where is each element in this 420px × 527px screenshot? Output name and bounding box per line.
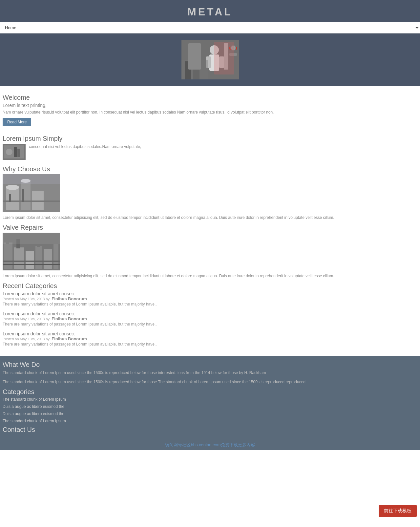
what-we-do-section: What We Do The standard chunk of Lorem I… bbox=[3, 361, 417, 385]
why-choose-section: Why Choose Us Lorem ipsum dolor sit a bbox=[3, 165, 417, 221]
svg-rect-5 bbox=[219, 56, 224, 68]
svg-rect-35 bbox=[53, 244, 58, 269]
site-header: METAL bbox=[0, 0, 420, 22]
lorem-simple-section: Lorem Ipsum Simply consequat nisi vel le… bbox=[3, 135, 417, 160]
categories-link-1[interactable]: Duis a augue ac libero euismod the bbox=[3, 404, 417, 409]
cat-desc-1: There are many variations of passages of… bbox=[3, 322, 417, 327]
contact-section: Contact Us bbox=[3, 426, 417, 433]
cat-author-1: Finibus Bonorum bbox=[52, 316, 87, 321]
nav-select[interactable]: Home bbox=[0, 22, 420, 33]
what-we-do-heading: What We Do bbox=[3, 361, 417, 369]
lorem-simple-content: consequat nisi vel lectus dapibus sodale… bbox=[3, 144, 417, 160]
svg-rect-17 bbox=[17, 149, 20, 157]
site-title: METAL bbox=[0, 6, 420, 18]
svg-rect-32 bbox=[26, 251, 34, 269]
category-item-1: Lorem ipsum dolor sit amet consec. Poste… bbox=[3, 311, 417, 327]
svg-rect-25 bbox=[3, 200, 60, 202]
valve-repairs-section: Valve Repairs Lorem bbox=[3, 224, 417, 279]
cat-title-1: Lorem ipsum dolor sit amet consec. bbox=[3, 311, 417, 316]
valve-repairs-image bbox=[3, 233, 60, 270]
svg-rect-39 bbox=[3, 261, 60, 262]
watermark-text: 访问网号社区bbs.xenlao.com免费下载更多内容 bbox=[165, 442, 255, 447]
cat-author-0: Finibus Bonorum bbox=[52, 296, 87, 301]
svg-rect-33 bbox=[35, 246, 42, 269]
svg-rect-16 bbox=[14, 147, 17, 157]
svg-rect-34 bbox=[44, 249, 52, 269]
categories-link-0[interactable]: The standard chunk of Lorem Ipsum bbox=[3, 397, 417, 402]
welcome-subtitle: Lorem is text printing, bbox=[3, 103, 417, 108]
lorem-simple-heading: Lorem Ipsum Simply bbox=[3, 135, 417, 142]
cat-desc-0: There are many variations of passages of… bbox=[3, 302, 417, 306]
welcome-heading: Welcome bbox=[3, 94, 417, 101]
why-choose-image bbox=[3, 174, 60, 212]
svg-rect-8 bbox=[229, 53, 237, 56]
cat-author-2: Finibus Bonorum bbox=[52, 336, 87, 341]
svg-rect-31 bbox=[14, 247, 24, 269]
svg-point-23 bbox=[6, 185, 19, 190]
svg-point-15 bbox=[6, 149, 12, 155]
svg-rect-11 bbox=[185, 61, 191, 79]
svg-rect-26 bbox=[9, 194, 11, 202]
cat-title-0: Lorem ipsum dolor sit amet consec. bbox=[3, 291, 417, 296]
svg-rect-28 bbox=[3, 174, 60, 184]
valve-repairs-heading: Valve Repairs bbox=[3, 224, 417, 231]
svg-rect-41 bbox=[3, 233, 60, 244]
watermark: 访问网号社区bbs.xenlao.com免费下载更多内容 bbox=[0, 440, 420, 450]
svg-rect-22 bbox=[45, 184, 52, 210]
svg-rect-12 bbox=[193, 63, 200, 79]
category-item-2: Lorem ipsum dolor sit amet consec. Poste… bbox=[3, 331, 417, 347]
welcome-text: Nam ornare vulputate risus,id volutpat e… bbox=[3, 109, 417, 115]
what-we-do-text2: The standard chunk of Lorem Ipsum used s… bbox=[3, 379, 417, 385]
cat-desc-2: There are many variations of passages of… bbox=[3, 342, 417, 347]
svg-rect-40 bbox=[3, 264, 60, 265]
svg-point-9 bbox=[231, 45, 236, 51]
categories-link-2[interactable]: Duis a augue ac libero euismod the bbox=[3, 411, 417, 416]
lorem-simple-image bbox=[3, 144, 26, 160]
why-choose-heading: Why Choose Us bbox=[3, 165, 417, 173]
recent-categories-heading: Recent Categories bbox=[3, 282, 417, 290]
svg-point-2 bbox=[210, 45, 219, 54]
why-choose-text: Lorem ipsum dolor sit amet, consectetur … bbox=[3, 215, 417, 221]
read-more-button[interactable]: Read More bbox=[3, 118, 31, 126]
main-content: Welcome Lorem is text printing, Nam orna… bbox=[0, 86, 420, 356]
svg-rect-20 bbox=[21, 181, 31, 210]
cat-meta-prefix-0: Posted on May 13th, 2013 by bbox=[3, 297, 50, 301]
lorem-simple-text: consequat nisi vel lectus dapibus sodale… bbox=[29, 144, 141, 150]
contact-heading: Contact Us bbox=[3, 426, 417, 433]
welcome-section: Welcome Lorem is text printing, Nam orna… bbox=[3, 94, 417, 132]
cat-meta-prefix-2: Posted on May 13th, 2013 by bbox=[3, 337, 50, 341]
categories-heading: Categories bbox=[3, 388, 417, 396]
category-item-0: Lorem ipsum dolor sit amet consec. Poste… bbox=[3, 291, 417, 306]
hero-section bbox=[0, 33, 420, 86]
what-we-do-text1: The standard chunk of Lorem Ipsum used s… bbox=[3, 370, 417, 376]
cat-meta-2: Posted on May 13th, 2013 by Finibus Bono… bbox=[3, 336, 417, 341]
svg-rect-27 bbox=[22, 189, 24, 202]
svg-rect-6 bbox=[224, 43, 228, 70]
cat-meta-0: Posted on May 13th, 2013 by Finibus Bono… bbox=[3, 296, 417, 301]
svg-rect-19 bbox=[6, 187, 19, 210]
hero-image bbox=[181, 40, 239, 79]
navigation[interactable]: Home bbox=[0, 22, 420, 33]
valve-repairs-text: Lorem ipsum dolor sit amet, consectetur … bbox=[3, 273, 417, 279]
dark-section: What We Do The standard chunk of Lorem I… bbox=[0, 356, 420, 440]
categories-link-3[interactable]: The standard chunk of Lorem Ipsum bbox=[3, 419, 417, 423]
cat-meta-prefix-1: Posted on May 13th, 2013 by bbox=[3, 317, 50, 321]
recent-categories-section: Recent Categories Lorem ipsum dolor sit … bbox=[3, 282, 417, 347]
cat-title-2: Lorem ipsum dolor sit amet consec. bbox=[3, 331, 417, 336]
cat-meta-1: Posted on May 13th, 2013 by Finibus Bono… bbox=[3, 316, 417, 321]
categories-section: Categories The standard chunk of Lorem I… bbox=[3, 388, 417, 423]
